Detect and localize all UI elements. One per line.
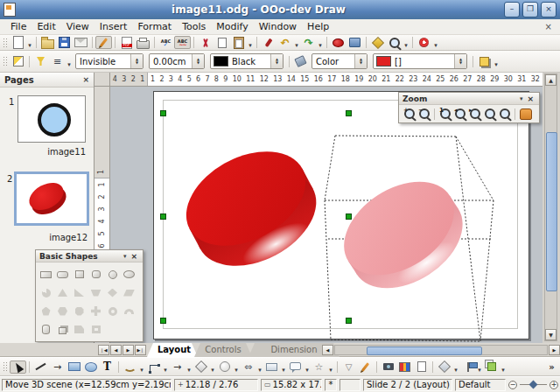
cut-icon[interactable]	[197, 36, 214, 50]
block-arrows-icon[interactable]	[240, 360, 256, 374]
zoom-minus-icon[interactable]: −	[508, 381, 517, 389]
lines-arrows-icon[interactable]	[169, 360, 186, 374]
selection-handle[interactable]	[346, 214, 352, 220]
document-as-email-icon[interactable]	[73, 36, 89, 50]
lines-arrows-dropdown-icon[interactable]	[186, 359, 192, 375]
insert-picture-icon[interactable]	[380, 360, 396, 374]
basic-shapes-dropdown-icon[interactable]	[209, 359, 216, 375]
scroll-down-icon[interactable]: ▼	[545, 329, 556, 340]
selection-handle[interactable]	[346, 318, 352, 324]
shape-rounded-square-icon[interactable]	[88, 267, 104, 283]
save-icon[interactable]	[56, 36, 73, 50]
arrow-style-icon[interactable]	[32, 54, 49, 68]
cursor-position-cell[interactable]: + 12.18 / 2.76	[174, 379, 258, 391]
curve-dropdown-icon[interactable]	[138, 359, 145, 375]
glue-points-icon[interactable]	[357, 360, 374, 374]
toolbar-overflow-icon[interactable]	[493, 53, 500, 70]
menu-insert[interactable]: Insert	[94, 20, 133, 33]
toolbar-more-icon[interactable]	[543, 360, 560, 374]
line-arrow-tool-icon[interactable]	[49, 360, 66, 374]
palette-dropdown-icon[interactable]: ▾	[517, 95, 526, 102]
object-zoom-icon[interactable]	[518, 108, 533, 121]
line-width-spinner-icon[interactable]	[192, 54, 204, 68]
open-icon[interactable]	[39, 36, 56, 50]
title-bar[interactable]: image11.odg - OOo-dev Draw – ❐ ×	[0, 0, 560, 19]
symbol-shapes-dropdown-icon[interactable]	[233, 359, 240, 375]
gallery-icon[interactable]	[346, 36, 363, 50]
block-arrows-dropdown-icon[interactable]	[256, 359, 263, 375]
flowchart-dropdown-icon[interactable]	[280, 359, 287, 375]
page-label[interactable]: image11	[16, 147, 86, 157]
fill-style-select[interactable]: Color	[312, 53, 368, 69]
line-width-field[interactable]: 0.00cm	[149, 53, 205, 69]
palette-dropdown-icon[interactable]: ▾	[121, 253, 130, 260]
hscroll-left-icon[interactable]: ◀	[322, 345, 333, 355]
zoom-100-icon[interactable]: 1	[438, 108, 452, 121]
line-tool-icon[interactable]	[32, 360, 49, 374]
pages-close-icon[interactable]: ×	[82, 75, 89, 84]
menu-view[interactable]: View	[61, 20, 94, 33]
selection-handle[interactable]	[346, 110, 352, 116]
text-tool-icon[interactable]	[99, 360, 116, 374]
toolbar-grip[interactable]	[3, 361, 7, 372]
previous-page-button[interactable]: ◀	[110, 345, 122, 355]
close-button[interactable]: ×	[541, 2, 556, 18]
palette-close-icon[interactable]: ×	[129, 252, 139, 261]
shape-hexagon-icon[interactable]	[55, 304, 71, 319]
shape-cross-icon[interactable]	[88, 304, 104, 319]
redo-dropdown-icon[interactable]	[317, 34, 324, 51]
zoom-plus-icon[interactable]: +	[550, 381, 558, 389]
zoom-palette-titlebar[interactable]: Zoom ▾ ×	[399, 93, 539, 105]
clone-formatting-icon[interactable]	[260, 36, 276, 50]
connector-tool-icon[interactable]	[145, 360, 162, 374]
zoom-next-icon[interactable]: ▸	[467, 108, 482, 121]
arrange-dropdown-icon[interactable]	[500, 359, 507, 375]
connector-dropdown-icon[interactable]	[162, 359, 169, 375]
shape-trapezoid-icon[interactable]	[88, 285, 104, 301]
maximize-button[interactable]: ❐	[522, 2, 538, 18]
symbol-shapes-icon[interactable]	[216, 360, 233, 374]
last-page-button[interactable]: ▶❘	[135, 345, 146, 355]
undo-icon[interactable]	[276, 36, 293, 50]
shape-rectangle-icon[interactable]	[38, 267, 54, 283]
from-file-icon[interactable]	[413, 360, 430, 374]
shape-folded-corner-icon[interactable]	[72, 322, 88, 338]
shapes-palette-titlebar[interactable]: Basic Shapes ▾ ×	[36, 250, 143, 262]
select-tool-icon[interactable]	[10, 360, 26, 374]
zoom-icon[interactable]	[386, 36, 402, 50]
entire-page-icon[interactable]	[482, 108, 497, 121]
zoom-previous-icon[interactable]: ◂	[452, 108, 467, 121]
menu-tools[interactable]: Tools	[177, 20, 211, 33]
redo-icon[interactable]	[300, 36, 317, 50]
line-dash-icon[interactable]	[49, 54, 66, 68]
menu-help[interactable]: Help	[302, 20, 334, 33]
shape-right-triangle-icon[interactable]	[72, 285, 88, 301]
basic-shapes-icon[interactable]	[192, 360, 209, 374]
shape-octagon-icon[interactable]	[72, 304, 88, 319]
line-color-select[interactable]: Black	[210, 53, 284, 69]
zoom-in-icon[interactable]: +	[402, 108, 416, 121]
help-icon[interactable]	[416, 36, 432, 50]
shape-square-icon[interactable]	[72, 267, 88, 283]
area-fill-icon[interactable]	[292, 54, 309, 68]
rotate-dropdown-icon[interactable]	[452, 359, 459, 375]
alignment-icon[interactable]	[459, 360, 476, 374]
shape-circle-pie-icon[interactable]	[38, 285, 54, 301]
horizontal-ruler[interactable]: 4321 12345678910111213141516171819202122…	[110, 73, 542, 87]
menu-edit[interactable]: Edit	[32, 20, 60, 33]
palette-close-icon[interactable]: ×	[525, 94, 536, 103]
export-pdf-icon[interactable]	[118, 36, 135, 50]
shadow-icon[interactable]	[476, 54, 493, 68]
page-label[interactable]: image12	[18, 233, 88, 242]
selection-handle[interactable]	[160, 318, 166, 324]
navigator-icon[interactable]	[369, 36, 386, 50]
menu-modify[interactable]: Modify	[211, 20, 253, 33]
shape-ellipse-icon[interactable]	[122, 267, 137, 283]
points-icon[interactable]	[340, 360, 357, 374]
shape-diamond-icon[interactable]	[105, 285, 121, 301]
callouts-icon[interactable]	[287, 360, 304, 374]
toolbar-overflow-icon[interactable]	[432, 34, 439, 51]
shape-frame-icon[interactable]	[88, 322, 104, 338]
first-page-button[interactable]: ❘◀	[98, 345, 109, 355]
vertical-scroll-thumb[interactable]	[546, 132, 557, 291]
